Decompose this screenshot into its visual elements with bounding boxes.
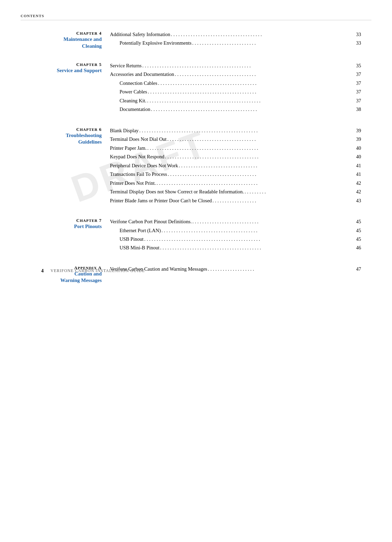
page-container: DRAFT Contents CHAPTER 4 Maintenance and… [0, 0, 392, 542]
toc-entry-text: Verifone Carbon Port Pinout Definitions. [110, 218, 192, 225]
toc-dots: . . . . . . . . . [244, 188, 351, 195]
chapter-block-ch4: CHAPTER 4 Maintenance andCleaning Additi… [31, 31, 361, 49]
chapter-block-ch7: CHAPTER 7 Port Pinouts Verifone Carbon P… [31, 218, 361, 253]
toc-dots: . . . . . . . . . . . . . . . . . . [212, 197, 351, 204]
toc-entry-text: Documentation [110, 105, 150, 113]
footer-title: Verifone Carbon Installation Guide [51, 268, 145, 273]
toc-row: Printer Blade Jams or Printer Door Can't… [110, 197, 361, 204]
toc-row: Accessories and Documentation . . . . . … [110, 70, 361, 78]
toc-entry-text: Terminal Display Does not Show Correct o… [110, 188, 244, 195]
header-label: Contents [21, 14, 44, 18]
toc-dots: . . . . . . . . . . . . . . . . . . . . … [142, 62, 351, 69]
toc-entry-text: Transactions Fail To Process [110, 170, 167, 178]
chapter-label-col-ch6: CHAPTER 6 TroubleshootingGuidelines [31, 127, 110, 146]
toc-dots: . . . . . . . . . . . . . . . . . . . . … [170, 31, 351, 38]
chapter-label-col-ch4: CHAPTER 4 Maintenance andCleaning [31, 31, 110, 49]
toc-page: 45 [351, 218, 361, 225]
toc-dots: . . . . . . . . . . . . . . . . . . . . … [159, 244, 351, 251]
toc-dots: . . . . . . . . . . . . . . . . . . . . … [146, 97, 351, 104]
toc-page: 41 [351, 162, 361, 169]
toc-dots: . . . . . . . . . . . . . . . . . . . . … [150, 105, 351, 113]
footer-page-number: 4 [41, 268, 44, 274]
toc-page: 45 [351, 227, 361, 234]
toc-row: Cleaning Kit. . . . . . . . . . . . . . … [110, 97, 361, 104]
toc-page: 38 [351, 105, 361, 113]
toc-row: Peripheral Device Does Not Work . . . . … [110, 162, 361, 169]
toc-row: Service Returns . . . . . . . . . . . . … [110, 62, 361, 69]
toc-dots: . . . . . . . . . . . . . . . . . . . . … [167, 170, 351, 178]
toc-entry-text: Service Returns [110, 62, 142, 69]
toc-page: 47 [351, 265, 361, 273]
chapter4-title[interactable]: Maintenance andCleaning [31, 36, 102, 49]
toc-row: USB Pinout . . . . . . . . . . . . . . .… [110, 235, 361, 243]
toc-page: 39 [351, 127, 361, 134]
toc-row: USB Mini-B Pinout . . . . . . . . . . . … [110, 244, 361, 251]
toc-row: Printer Does Not Print. . . . . . . . . … [110, 179, 361, 187]
toc-page: 37 [351, 79, 361, 87]
toc-page: 33 [351, 31, 361, 38]
toc-row: Terminal Display Does not Show Correct o… [110, 188, 361, 195]
toc-row: Printer Paper Jam. . . . . . . . . . . .… [110, 144, 361, 152]
toc-row: Verifone Carbon Port Pinout Definitions.… [110, 218, 361, 225]
toc-dots: . . . . . . . . . . . . . . . . . . . . … [178, 162, 351, 169]
toc-row: Blank Display . . . . . . . . . . . . . … [110, 127, 361, 134]
toc-page: 45 [351, 235, 361, 243]
toc-dots: . . . . . . . . . . . . . . . . . . . . … [147, 88, 351, 95]
footer: 4 Verifone Carbon Installation Guide [41, 268, 351, 274]
content-area: CHAPTER 4 Maintenance andCleaning Additi… [21, 31, 371, 284]
toc-entry-text: Printer Blade Jams or Printer Door Can't… [110, 197, 212, 204]
toc-entry-text: Ethernet Port (LAN) [110, 227, 161, 234]
toc-dots: . . . . . . . . . . . . . . . . . . . . … [144, 235, 351, 243]
toc-entry-text: Power Cables [110, 88, 147, 95]
toc-entry-text: Accessories and Documentation [110, 70, 174, 78]
toc-entry-text: USB Mini-B Pinout [110, 244, 159, 251]
chapter4-prefix: CHAPTER 4 [31, 31, 102, 36]
chapter5-prefix: CHAPTER 5 [31, 62, 102, 67]
chapter7-prefix: CHAPTER 7 [31, 218, 102, 223]
toc-page: 37 [351, 97, 361, 104]
toc-page: 37 [351, 70, 361, 78]
toc-page: 46 [351, 244, 361, 251]
chapter5-title[interactable]: Service and Support [31, 67, 102, 74]
toc-entry-text: Additional Safety Information [110, 31, 170, 38]
toc-row: Additional Safety Information . . . . . … [110, 31, 361, 38]
toc-page: 41 [351, 170, 361, 178]
chapter-block-ch6: CHAPTER 6 TroubleshootingGuidelines Blan… [31, 127, 361, 205]
toc-row: Keypad Does Not Respond . . . . . . . . … [110, 153, 361, 160]
toc-dots: . . . . . . . . . . . . . . . . . . . . … [191, 39, 351, 47]
chapter7-title[interactable]: Port Pinouts [31, 223, 102, 230]
toc-row: Documentation . . . . . . . . . . . . . … [110, 105, 361, 113]
toc-dots: . . . . . . . . . . . . . . . . . . . . … [164, 153, 351, 160]
chapter6-title[interactable]: TroubleshootingGuidelines [31, 132, 102, 146]
toc-row: Ethernet Port (LAN) . . . . . . . . . . … [110, 227, 361, 234]
toc-dots: . . . . . . . . . . . . . . . . . . . . … [138, 127, 351, 134]
chapter-label-col-ch5: CHAPTER 5 Service and Support [31, 62, 110, 74]
toc-dots: . . . . . . . . . . . . . . . . . . . . … [156, 179, 351, 187]
toc-entry-text: Printer Does Not Print. [110, 179, 156, 187]
toc-entry-text: USB Pinout [110, 235, 144, 243]
chapter5-entries: Service Returns . . . . . . . . . . . . … [110, 62, 361, 114]
toc-row: Power Cables . . . . . . . . . . . . . .… [110, 88, 361, 95]
toc-entry-text: Keypad Does Not Respond [110, 153, 164, 160]
chapter6-entries: Blank Display . . . . . . . . . . . . . … [110, 127, 361, 205]
chapter7-entries: Verifone Carbon Port Pinout Definitions.… [110, 218, 361, 253]
toc-page: 40 [351, 144, 361, 152]
toc-dots: . . . . . . . . . . . . . . . . . . . . … [147, 144, 351, 152]
toc-entry-text: Cleaning Kit. [110, 97, 146, 104]
toc-entry-text: Printer Paper Jam. [110, 144, 147, 152]
toc-entry-text: Peripheral Device Does Not Work [110, 162, 178, 169]
toc-page: 37 [351, 88, 361, 95]
toc-row: Potentially Explosive Environments . . .… [110, 39, 361, 47]
toc-entry-text: Potentially Explosive Environments [110, 39, 191, 47]
chapter-block-ch5: CHAPTER 5 Service and Support Service Re… [31, 62, 361, 114]
toc-dots: . . . . . . . . . . . . . . . . . . . . … [157, 79, 351, 87]
toc-page: 33 [351, 39, 361, 47]
toc-dots: . . . . . . . . . . . . . . . . . . . . … [174, 70, 351, 78]
toc-page: 42 [351, 179, 361, 187]
chapter6-prefix: CHAPTER 6 [31, 127, 102, 132]
toc-page: 42 [351, 188, 361, 195]
toc-row: Transactions Fail To Process . . . . . .… [110, 170, 361, 178]
chapter-label-col-ch7: CHAPTER 7 Port Pinouts [31, 218, 110, 230]
toc-entry-text: Connection Cables [110, 79, 157, 87]
toc-page: 43 [351, 197, 361, 204]
